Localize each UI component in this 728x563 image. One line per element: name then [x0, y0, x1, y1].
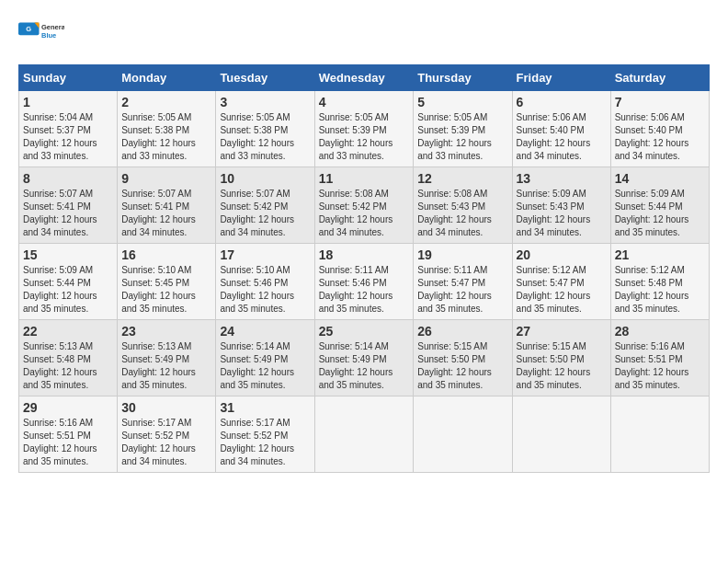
day-number: 1	[23, 95, 113, 109]
day-info: Sunrise: 5:07 AMSunset: 5:42 PMDaylight:…	[220, 188, 310, 239]
day-number: 17	[220, 247, 310, 262]
day-number: 23	[121, 324, 211, 339]
day-info: Sunrise: 5:05 AMSunset: 5:39 PMDaylight:…	[319, 111, 410, 163]
day-number: 29	[23, 400, 113, 415]
calendar-cell: 25 Sunrise: 5:14 AMSunset: 5:49 PMDaylig…	[314, 320, 414, 396]
day-number: 8	[23, 171, 113, 186]
day-info: Sunrise: 5:08 AMSunset: 5:42 PMDaylight:…	[319, 188, 410, 239]
day-number: 2	[121, 95, 211, 109]
day-info: Sunrise: 5:10 AMSunset: 5:45 PMDaylight:…	[121, 264, 211, 316]
day-number: 18	[319, 247, 410, 262]
day-info: Sunrise: 5:05 AMSunset: 5:39 PMDaylight:…	[417, 111, 507, 163]
calendar-cell: 3 Sunrise: 5:05 AMSunset: 5:38 PMDayligh…	[216, 91, 314, 167]
day-info: Sunrise: 5:06 AMSunset: 5:40 PMDaylight:…	[517, 111, 607, 163]
calendar-cell: 18 Sunrise: 5:11 AMSunset: 5:46 PMDaylig…	[314, 244, 414, 320]
day-number: 19	[417, 247, 507, 262]
calendar-cell: 15 Sunrise: 5:09 AMSunset: 5:44 PMDaylig…	[19, 244, 118, 320]
calendar-cell: 31 Sunrise: 5:17 AMSunset: 5:52 PMDaylig…	[216, 396, 314, 473]
week-row-3: 15 Sunrise: 5:09 AMSunset: 5:44 PMDaylig…	[19, 244, 710, 320]
day-number: 10	[220, 171, 310, 186]
day-number: 4	[319, 95, 410, 109]
calendar-cell	[414, 396, 512, 473]
calendar-cell: 1 Sunrise: 5:04 AMSunset: 5:37 PMDayligh…	[19, 91, 118, 167]
day-info: Sunrise: 5:14 AMSunset: 5:49 PMDaylight:…	[319, 340, 410, 392]
calendar-cell: 11 Sunrise: 5:08 AMSunset: 5:42 PMDaylig…	[314, 167, 414, 244]
day-number: 15	[23, 247, 113, 262]
logo-svg: G General Blue	[18, 18, 64, 55]
day-number: 27	[517, 324, 607, 339]
day-number: 20	[517, 247, 607, 262]
day-info: Sunrise: 5:16 AMSunset: 5:51 PMDaylight:…	[615, 340, 705, 392]
calendar-cell	[512, 396, 610, 473]
day-number: 30	[121, 400, 211, 415]
calendar-cell: 5 Sunrise: 5:05 AMSunset: 5:39 PMDayligh…	[414, 91, 512, 167]
day-info: Sunrise: 5:15 AMSunset: 5:50 PMDaylight:…	[417, 340, 507, 392]
calendar-header-row: SundayMondayTuesdayWednesdayThursdayFrid…	[19, 65, 710, 91]
calendar-cell: 20 Sunrise: 5:12 AMSunset: 5:47 PMDaylig…	[512, 244, 610, 320]
day-info: Sunrise: 5:04 AMSunset: 5:37 PMDaylight:…	[23, 111, 113, 163]
day-info: Sunrise: 5:05 AMSunset: 5:38 PMDaylight:…	[220, 111, 310, 163]
calendar-cell: 7 Sunrise: 5:06 AMSunset: 5:40 PMDayligh…	[610, 91, 709, 167]
day-info: Sunrise: 5:17 AMSunset: 5:52 PMDaylight:…	[121, 417, 211, 468]
week-row-5: 29 Sunrise: 5:16 AMSunset: 5:51 PMDaylig…	[19, 396, 710, 473]
calendar-cell: 22 Sunrise: 5:13 AMSunset: 5:48 PMDaylig…	[19, 320, 118, 396]
day-number: 9	[121, 171, 211, 186]
calendar-cell	[610, 396, 709, 473]
calendar-cell: 14 Sunrise: 5:09 AMSunset: 5:44 PMDaylig…	[610, 167, 709, 244]
day-info: Sunrise: 5:16 AMSunset: 5:51 PMDaylight:…	[23, 417, 113, 468]
day-number: 26	[417, 324, 507, 339]
header-thursday: Thursday	[414, 65, 512, 91]
svg-text:General: General	[41, 23, 64, 31]
header-monday: Monday	[118, 65, 216, 91]
day-info: Sunrise: 5:13 AMSunset: 5:48 PMDaylight:…	[23, 340, 113, 392]
calendar-cell: 28 Sunrise: 5:16 AMSunset: 5:51 PMDaylig…	[610, 320, 709, 396]
calendar-cell: 17 Sunrise: 5:10 AMSunset: 5:46 PMDaylig…	[216, 244, 314, 320]
calendar-cell: 8 Sunrise: 5:07 AMSunset: 5:41 PMDayligh…	[19, 167, 118, 244]
header-wednesday: Wednesday	[314, 65, 414, 91]
day-info: Sunrise: 5:05 AMSunset: 5:38 PMDaylight:…	[121, 111, 211, 163]
day-number: 24	[220, 324, 310, 339]
day-info: Sunrise: 5:06 AMSunset: 5:40 PMDaylight:…	[615, 111, 705, 163]
week-row-4: 22 Sunrise: 5:13 AMSunset: 5:48 PMDaylig…	[19, 320, 710, 396]
calendar-cell: 9 Sunrise: 5:07 AMSunset: 5:41 PMDayligh…	[118, 167, 216, 244]
day-info: Sunrise: 5:12 AMSunset: 5:47 PMDaylight:…	[517, 264, 607, 316]
day-info: Sunrise: 5:10 AMSunset: 5:46 PMDaylight:…	[220, 264, 310, 316]
calendar-cell: 23 Sunrise: 5:13 AMSunset: 5:49 PMDaylig…	[118, 320, 216, 396]
header-friday: Friday	[512, 65, 610, 91]
day-number: 12	[417, 171, 507, 186]
calendar-cell: 12 Sunrise: 5:08 AMSunset: 5:43 PMDaylig…	[414, 167, 512, 244]
day-number: 25	[319, 324, 410, 339]
calendar-cell: 26 Sunrise: 5:15 AMSunset: 5:50 PMDaylig…	[414, 320, 512, 396]
week-row-2: 8 Sunrise: 5:07 AMSunset: 5:41 PMDayligh…	[19, 167, 710, 244]
calendar-cell: 13 Sunrise: 5:09 AMSunset: 5:43 PMDaylig…	[512, 167, 610, 244]
day-info: Sunrise: 5:09 AMSunset: 5:44 PMDaylight:…	[615, 188, 705, 239]
calendar-cell: 16 Sunrise: 5:10 AMSunset: 5:45 PMDaylig…	[118, 244, 216, 320]
calendar-cell: 2 Sunrise: 5:05 AMSunset: 5:38 PMDayligh…	[118, 91, 216, 167]
calendar-cell: 24 Sunrise: 5:14 AMSunset: 5:49 PMDaylig…	[216, 320, 314, 396]
day-number: 31	[220, 400, 310, 415]
day-number: 11	[319, 171, 410, 186]
day-info: Sunrise: 5:11 AMSunset: 5:46 PMDaylight:…	[319, 264, 410, 316]
day-info: Sunrise: 5:07 AMSunset: 5:41 PMDaylight:…	[121, 188, 211, 239]
day-number: 28	[615, 324, 705, 339]
day-number: 22	[23, 324, 113, 339]
day-info: Sunrise: 5:07 AMSunset: 5:41 PMDaylight:…	[23, 188, 113, 239]
header-saturday: Saturday	[610, 65, 709, 91]
day-number: 6	[517, 95, 607, 109]
day-info: Sunrise: 5:08 AMSunset: 5:43 PMDaylight:…	[417, 188, 507, 239]
day-info: Sunrise: 5:15 AMSunset: 5:50 PMDaylight:…	[517, 340, 607, 392]
calendar-table: SundayMondayTuesdayWednesdayThursdayFrid…	[18, 64, 710, 473]
day-info: Sunrise: 5:13 AMSunset: 5:49 PMDaylight:…	[121, 340, 211, 392]
day-number: 14	[615, 171, 705, 186]
day-number: 5	[417, 95, 507, 109]
day-info: Sunrise: 5:14 AMSunset: 5:49 PMDaylight:…	[220, 340, 310, 392]
calendar-cell: 27 Sunrise: 5:15 AMSunset: 5:50 PMDaylig…	[512, 320, 610, 396]
day-info: Sunrise: 5:11 AMSunset: 5:47 PMDaylight:…	[417, 264, 507, 316]
day-info: Sunrise: 5:17 AMSunset: 5:52 PMDaylight:…	[220, 417, 310, 468]
calendar-cell: 30 Sunrise: 5:17 AMSunset: 5:52 PMDaylig…	[118, 396, 216, 473]
svg-text:Blue: Blue	[41, 31, 56, 40]
week-row-1: 1 Sunrise: 5:04 AMSunset: 5:37 PMDayligh…	[19, 91, 710, 167]
calendar-cell: 6 Sunrise: 5:06 AMSunset: 5:40 PMDayligh…	[512, 91, 610, 167]
calendar-cell: 19 Sunrise: 5:11 AMSunset: 5:47 PMDaylig…	[414, 244, 512, 320]
calendar-cell: 4 Sunrise: 5:05 AMSunset: 5:39 PMDayligh…	[314, 91, 414, 167]
